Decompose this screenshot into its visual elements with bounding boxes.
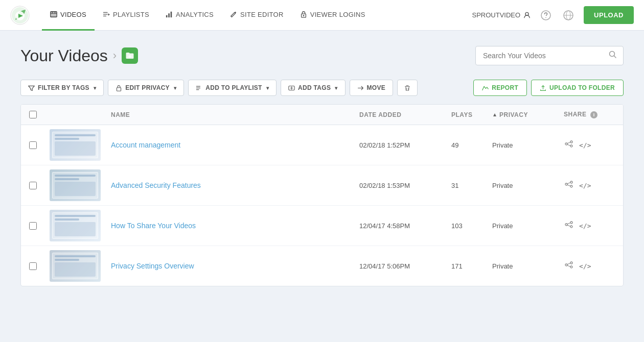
svg-point-26	[565, 143, 567, 145]
video-plays-4: 171	[451, 262, 492, 270]
embed-button-1[interactable]: </>	[579, 141, 591, 149]
username-label: SPROUTVIDEO	[472, 11, 520, 19]
svg-point-13	[303, 15, 304, 16]
th-plays: PLAYS	[451, 111, 492, 118]
svg-point-28	[570, 181, 572, 183]
filter-tags-button[interactable]: FILTER BY TAGS ▾	[20, 80, 104, 96]
help-button[interactable]	[539, 8, 553, 22]
th-date: DATE ADDED	[359, 111, 451, 118]
upload-to-folder-button[interactable]: UPLOAD TO FOLDER	[531, 80, 624, 96]
video-plays-2: 31	[451, 182, 492, 189]
select-all-checkbox[interactable]	[29, 111, 50, 118]
page-title-area: Your Videos ›	[20, 46, 138, 65]
video-thumbnail-3	[50, 210, 101, 241]
video-share-3: </>	[564, 219, 615, 232]
video-privacy-1: Private	[492, 141, 564, 149]
video-name-3: How To Share Your Videos	[111, 222, 359, 230]
video-date-2: 02/02/18 1:53PM	[359, 182, 451, 189]
svg-rect-7	[103, 16, 106, 16]
breadcrumb-sep: ›	[113, 49, 117, 62]
user-section[interactable]: SPROUTVIDEO	[472, 11, 531, 19]
video-name-2: Advanced Security Features	[111, 181, 359, 189]
nav-links: VIDEOS PLAYLISTS ANALYTICS SITE EDITOR V…	[42, 0, 472, 31]
svg-point-29	[565, 183, 567, 185]
svg-rect-21	[196, 86, 200, 86]
table-row: Privacy Settings Overview 12/04/17 5:06P…	[21, 246, 623, 286]
embed-button-3[interactable]: </>	[579, 222, 591, 230]
svg-rect-10	[168, 13, 170, 17]
search-button[interactable]	[603, 46, 623, 65]
share-info-icon[interactable]: i	[590, 111, 597, 118]
page-content: Your Videos › FILTER BY TAGS ▾ EDIT PRIV…	[0, 31, 644, 302]
row-checkbox-3[interactable]	[29, 222, 50, 230]
nav-viewer-logins[interactable]: VIEWER LOGINS	[292, 0, 374, 31]
table-row: Account management 02/02/18 1:52PM 49 Pr…	[21, 125, 623, 165]
video-date-3: 12/04/17 4:58PM	[359, 222, 451, 230]
svg-rect-9	[166, 15, 168, 17]
table-header: NAME DATE ADDED PLAYS PRIVACY SHARE i	[21, 105, 623, 125]
move-button[interactable]: MOVE	[350, 80, 394, 96]
search-input[interactable]	[476, 46, 603, 65]
toolbar-right: REPORT UPLOAD TO FOLDER	[473, 80, 624, 96]
svg-point-36	[570, 266, 572, 268]
embed-button-2[interactable]: </>	[579, 182, 591, 189]
embed-button-4[interactable]: </>	[579, 262, 591, 270]
row-checkbox-4[interactable]	[29, 262, 50, 270]
search-box	[475, 46, 624, 65]
logo[interactable]	[10, 6, 30, 25]
th-privacy[interactable]: PRIVACY	[492, 111, 564, 118]
video-share-4: </>	[564, 260, 615, 272]
svg-point-27	[570, 145, 572, 147]
svg-point-16	[545, 17, 546, 18]
video-thumbnail-2	[50, 169, 101, 201]
nav-playlists[interactable]: PLAYLISTS	[95, 0, 157, 31]
video-plays-3: 103	[451, 222, 492, 230]
navbar: VIDEOS PLAYLISTS ANALYTICS SITE EDITOR V…	[0, 0, 644, 31]
nav-videos[interactable]: VIDEOS	[42, 0, 95, 31]
th-share: SHARE i	[564, 111, 615, 118]
row-checkbox-2[interactable]	[29, 182, 50, 189]
svg-rect-22	[196, 87, 200, 88]
th-name: NAME	[111, 111, 359, 118]
svg-rect-20	[117, 87, 121, 91]
globe-button[interactable]	[561, 8, 576, 22]
share-button-4[interactable]	[564, 260, 574, 272]
svg-point-33	[570, 226, 572, 228]
video-share-1: </>	[564, 139, 615, 151]
svg-marker-8	[108, 13, 110, 15]
video-name-4: Privacy Settings Overview	[111, 262, 359, 270]
video-privacy-4: Private	[492, 262, 564, 270]
video-privacy-3: Private	[492, 222, 564, 230]
svg-point-32	[565, 224, 567, 226]
video-table: NAME DATE ADDED PLAYS PRIVACY SHARE i	[20, 104, 624, 286]
share-button-3[interactable]	[564, 219, 574, 232]
video-plays-1: 49	[451, 141, 492, 149]
svg-point-30	[570, 185, 572, 187]
svg-point-31	[570, 222, 572, 224]
video-date-4: 12/04/17 5:06PM	[359, 262, 451, 270]
svg-rect-5	[103, 12, 108, 13]
nav-site-editor[interactable]: SITE EDITOR	[222, 0, 292, 31]
row-checkbox-1[interactable]	[29, 141, 50, 149]
video-thumbnail-4	[50, 250, 101, 282]
video-thumbnail-1	[50, 129, 101, 161]
add-tags-button[interactable]: ADD TAGS ▾	[281, 80, 346, 96]
video-name-1: Account management	[111, 141, 359, 149]
table-row: How To Share Your Videos 12/04/17 4:58PM…	[21, 206, 623, 246]
delete-button[interactable]	[397, 80, 418, 96]
edit-privacy-button[interactable]: EDIT PRIVACY ▾	[108, 80, 184, 96]
add-folder-button[interactable]	[122, 47, 138, 64]
video-share-2: </>	[564, 179, 615, 191]
report-button[interactable]: REPORT	[473, 80, 527, 96]
add-to-playlist-button[interactable]: ADD TO PLAYLIST ▾	[188, 80, 277, 96]
svg-point-25	[570, 141, 572, 143]
svg-point-34	[570, 262, 572, 264]
page-title: Your Videos	[20, 46, 108, 65]
nav-analytics[interactable]: ANALYTICS	[157, 0, 222, 31]
upload-button[interactable]: UPLOAD	[584, 6, 634, 24]
share-button-2[interactable]	[564, 179, 574, 191]
video-date-1: 02/02/18 1:52PM	[359, 141, 451, 149]
navbar-right: SPROUTVIDEO UPLOAD	[472, 6, 634, 24]
share-button-1[interactable]	[564, 139, 574, 151]
svg-rect-11	[171, 12, 172, 17]
